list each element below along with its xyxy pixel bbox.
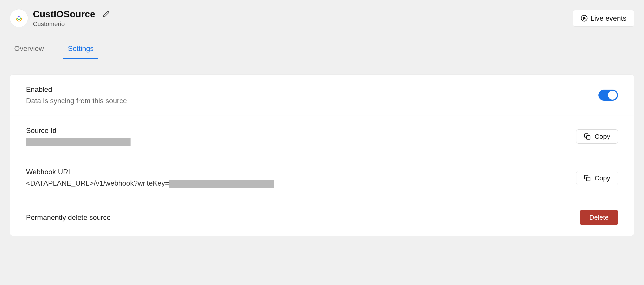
webhook-url-prefix: <DATAPLANE_URL>/v1/webhook?writeKey= — [26, 179, 169, 187]
toggle-knob — [608, 91, 617, 100]
delete-button[interactable]: Delete — [580, 210, 618, 225]
enabled-desc: Data is syncing from this source — [26, 97, 127, 105]
copy-source-id-button[interactable]: Copy — [576, 130, 618, 144]
svg-marker-2 — [584, 17, 585, 20]
header-bar: CustIOSource Customerio Live events — [0, 4, 644, 28]
settings-card: Enabled Data is syncing from this source… — [10, 74, 634, 236]
webhook-title: Webhook URL — [26, 168, 274, 176]
row-enabled: Enabled Data is syncing from this source — [10, 75, 634, 116]
source-logo — [10, 9, 28, 27]
svg-rect-3 — [586, 136, 590, 139]
tab-settings[interactable]: Settings — [64, 41, 98, 59]
row-delete: Permanently delete source Delete — [10, 199, 634, 236]
source-id-title: Source Id — [26, 126, 130, 135]
enabled-title: Enabled — [26, 85, 127, 94]
copy-webhook-button[interactable]: Copy — [576, 171, 618, 185]
copy-label: Copy — [595, 174, 610, 182]
live-events-label: Live events — [590, 14, 626, 22]
play-circle-icon — [580, 15, 588, 22]
copy-label: Copy — [595, 133, 610, 140]
enabled-toggle[interactable] — [598, 90, 618, 101]
title-block: CustIOSource Customerio — [33, 9, 111, 28]
edit-title-button[interactable] — [102, 10, 111, 19]
webhook-key-redacted — [169, 180, 274, 188]
copy-icon — [584, 133, 591, 140]
tabs: Overview Settings — [0, 41, 644, 59]
customerio-icon — [15, 14, 23, 22]
page-subtitle: Customerio — [33, 20, 111, 28]
row-source-id: Source Id Copy — [10, 116, 634, 157]
svg-rect-4 — [586, 177, 590, 181]
tab-overview[interactable]: Overview — [10, 41, 48, 59]
row-webhook: Webhook URL <DATAPLANE_URL>/v1/webhook?w… — [10, 157, 634, 199]
pencil-icon — [103, 11, 110, 18]
page-title: CustIOSource — [33, 9, 95, 20]
copy-icon — [584, 175, 591, 182]
live-events-button[interactable]: Live events — [573, 10, 634, 27]
webhook-value: <DATAPLANE_URL>/v1/webhook?writeKey= — [26, 179, 274, 188]
delete-title: Permanently delete source — [26, 214, 111, 222]
svg-point-0 — [18, 16, 20, 17]
header-left: CustIOSource Customerio — [10, 9, 111, 28]
source-id-value-redacted — [26, 138, 130, 146]
